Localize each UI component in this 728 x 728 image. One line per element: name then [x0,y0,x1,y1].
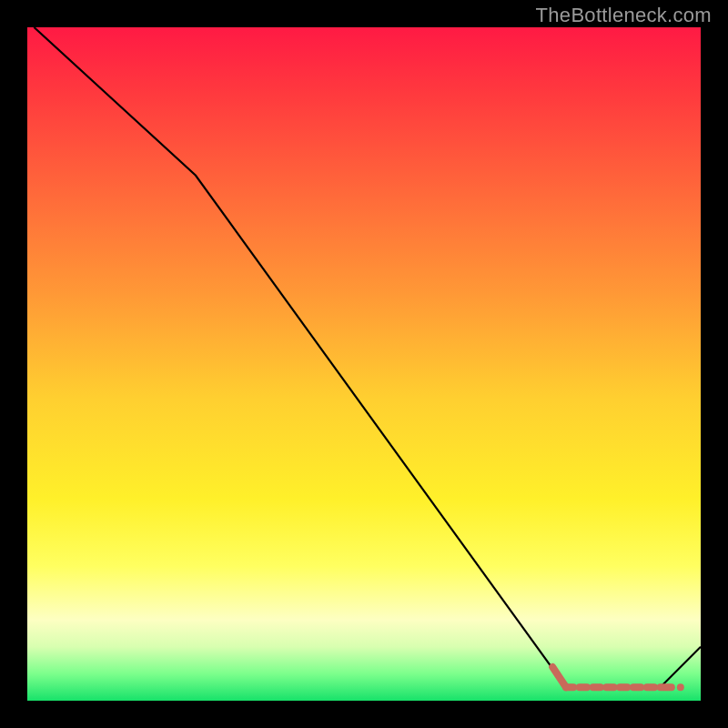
chart-overlay [27,27,701,701]
watermark-text: TheBottleneck.com [536,4,712,27]
bottleneck-curve-line [34,27,701,687]
svg-line-0 [552,667,566,687]
svg-point-9 [677,683,684,691]
highlight-dashes [552,667,684,691]
plot-area [27,27,701,701]
chart-stage: TheBottleneck.com [0,0,728,728]
